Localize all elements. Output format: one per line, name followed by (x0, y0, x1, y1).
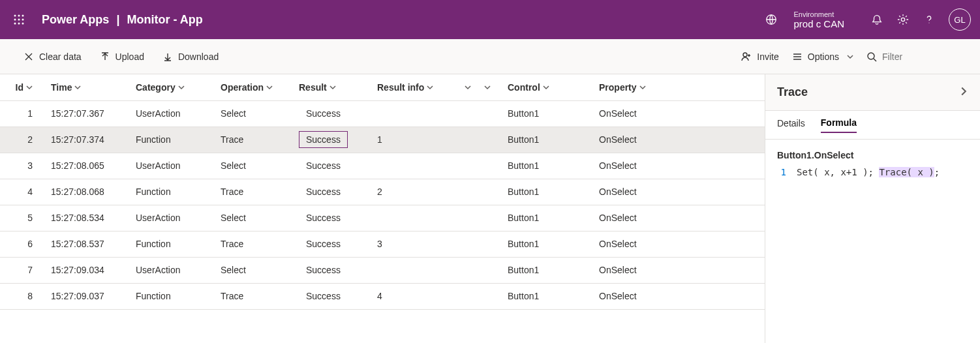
cell-blank-2 (476, 100, 502, 127)
col-time[interactable]: Time (46, 74, 130, 100)
cell-result: Success (294, 127, 372, 153)
cell-blank-2 (476, 231, 502, 257)
options-label: Options (808, 52, 839, 62)
filter-input[interactable] (882, 52, 960, 62)
chevron-down-icon (26, 82, 33, 93)
cell-time: 15:27:08.068 (46, 179, 130, 205)
cell-result-info (372, 100, 457, 127)
col-operation[interactable]: Operation (215, 74, 294, 100)
cell-property: OnSelect (594, 127, 765, 153)
user-avatar[interactable]: GL (949, 8, 971, 31)
chevron-down-icon (427, 82, 433, 93)
cell-time: 15:27:09.037 (46, 283, 130, 309)
clear-data-button[interactable]: Clear data (23, 52, 82, 62)
cell-operation: Select (215, 257, 294, 283)
cell-result-info: 3 (372, 231, 457, 257)
tab-details[interactable]: Details (777, 118, 805, 132)
cell-result-info: 2 (372, 179, 457, 205)
chevron-down-icon (847, 52, 853, 62)
table-row[interactable]: 515:27:08.534UserActionSelectSuccessButt… (0, 205, 765, 231)
cell-result: Success (294, 153, 372, 179)
cell-id: 5 (0, 205, 46, 231)
cell-blank-1 (457, 153, 476, 179)
cell-property: OnSelect (594, 231, 765, 257)
cell-operation: Select (215, 153, 294, 179)
chevron-right-icon[interactable] (959, 87, 968, 98)
cell-id: 7 (0, 257, 46, 283)
gear-icon (897, 14, 909, 25)
col-blank-2[interactable] (476, 74, 502, 100)
table-row[interactable]: 815:27:09.037FunctionTraceSuccess4Button… (0, 283, 765, 309)
cell-category: Function (130, 179, 215, 205)
line-number: 1 (777, 167, 786, 177)
table-row[interactable]: 315:27:08.065UserActionSelectSuccessButt… (0, 153, 765, 179)
svg-point-12 (743, 53, 747, 57)
svg-point-7 (18, 23, 20, 25)
table-row[interactable]: 715:27:09.034UserActionSelectSuccessButt… (0, 257, 765, 283)
svg-point-10 (901, 18, 904, 21)
table-row[interactable]: 615:27:08.537FunctionTraceSuccess3Button… (0, 231, 765, 257)
cell-property: OnSelect (594, 283, 765, 309)
environment-picker[interactable]: Environment prod c CAN (758, 7, 844, 33)
upload-button[interactable]: Upload (100, 52, 144, 62)
trace-panel: Trace Details Formula Button1.OnSelect 1… (765, 74, 980, 343)
col-control[interactable]: Control (502, 74, 594, 100)
filter-field[interactable] (866, 52, 960, 62)
tab-formula[interactable]: Formula (821, 117, 857, 133)
cell-blank-1 (457, 205, 476, 231)
cell-result: Success (294, 100, 372, 127)
cell-operation: Trace (215, 283, 294, 309)
invite-button[interactable]: Invite (741, 52, 778, 62)
cell-blank-2 (476, 257, 502, 283)
cell-time: 15:27:07.374 (46, 127, 130, 153)
formula-property-title: Button1.OnSelect (777, 150, 968, 160)
close-icon (23, 52, 34, 62)
panel-body: Button1.OnSelect 1 Set( x, x+1 ); Trace(… (765, 140, 980, 188)
download-button[interactable]: Download (162, 52, 219, 62)
help-icon (923, 14, 935, 25)
col-property[interactable]: Property (594, 74, 765, 100)
cell-id: 6 (0, 231, 46, 257)
panel-tabs: Details Formula (765, 111, 980, 140)
svg-point-0 (14, 15, 16, 17)
cell-result: Success (294, 283, 372, 309)
col-blank-1[interactable] (457, 74, 476, 100)
panel-title: Trace (777, 85, 808, 99)
help-button[interactable] (916, 7, 942, 33)
notifications-button[interactable] (864, 7, 890, 33)
cell-category: Function (130, 231, 215, 257)
cell-id: 1 (0, 100, 46, 127)
cell-id: 4 (0, 179, 46, 205)
cell-blank-2 (476, 283, 502, 309)
settings-button[interactable] (890, 7, 916, 33)
col-id[interactable]: Id (0, 74, 46, 100)
col-category[interactable]: Category (130, 74, 215, 100)
environment-value: prod c CAN (793, 18, 844, 29)
col-result[interactable]: Result (294, 74, 372, 100)
col-result-info[interactable]: Result info (372, 74, 457, 100)
table-row[interactable]: 115:27:07.367UserActionSelectSuccessButt… (0, 100, 765, 127)
svg-point-5 (22, 19, 24, 21)
cell-category: UserAction (130, 257, 215, 283)
grid-header-row: Id Time Category Operation Result Result… (0, 74, 765, 100)
cell-result-info (372, 257, 457, 283)
table-row[interactable]: 415:27:08.068FunctionTraceSuccess2Button… (0, 179, 765, 205)
cell-result-info (372, 153, 457, 179)
app-launcher-button[interactable] (9, 10, 29, 29)
panel-header: Trace (765, 74, 980, 111)
options-button[interactable]: Options (792, 52, 853, 62)
cell-time: 15:27:08.065 (46, 153, 130, 179)
chevron-down-icon (178, 82, 185, 93)
cell-blank-2 (476, 153, 502, 179)
cell-control: Button1 (502, 153, 594, 179)
cell-operation: Select (215, 100, 294, 127)
svg-point-1 (18, 15, 20, 17)
table-row[interactable]: 215:27:07.374FunctionTraceSuccess1Button… (0, 127, 765, 153)
code-content: Set( x, x+1 ); Trace( x ); (797, 167, 940, 177)
options-icon (792, 52, 803, 62)
cell-time: 15:27:08.537 (46, 231, 130, 257)
cell-control: Button1 (502, 283, 594, 309)
invite-icon (741, 52, 752, 62)
chevron-down-icon (329, 82, 336, 93)
cell-category: UserAction (130, 100, 215, 127)
